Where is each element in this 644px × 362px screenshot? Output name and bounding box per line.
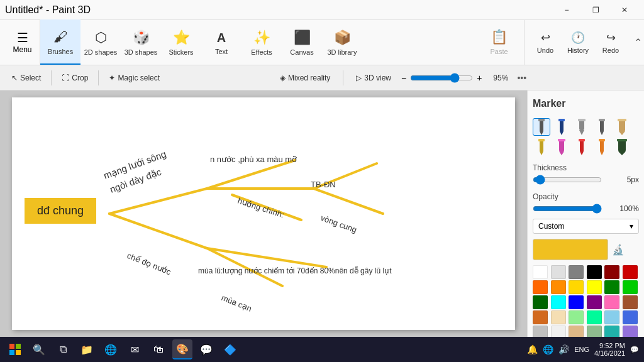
marker-type-3[interactable] <box>573 118 591 136</box>
language-indicator: ENG <box>574 346 589 353</box>
color-cell[interactable] <box>569 326 584 337</box>
close-button[interactable]: ✕ <box>610 0 639 20</box>
color-cell[interactable] <box>551 265 566 279</box>
volume-icon[interactable]: 🔊 <box>558 344 569 354</box>
opacity-slider[interactable] <box>533 204 602 214</box>
3d-view-button[interactable]: ▷ 3D view <box>351 71 396 85</box>
restore-button[interactable]: ❐ <box>581 0 610 20</box>
svg-text:n nước ,phù xa màu mỡ: n nước ,phù xa màu mỡ <box>210 155 297 164</box>
paint3d-taskbar-button[interactable]: 🎨 <box>172 339 192 359</box>
color-cell[interactable] <box>551 310 566 324</box>
color-cell[interactable] <box>587 265 602 279</box>
svg-rect-26 <box>578 119 586 121</box>
toolbar: ↖ Select ⛶ Crop ✦ Magic select ◈ Mixed r… <box>0 65 644 90</box>
tool-text[interactable]: A Text <box>201 19 242 65</box>
paste-button[interactable]: 📋 Paste <box>474 19 525 65</box>
teams-button[interactable]: 💬 <box>196 339 216 359</box>
active-color-swatch[interactable] <box>533 239 608 260</box>
marker-type-9[interactable] <box>593 138 611 156</box>
edge-button[interactable]: 🌐 <box>101 339 121 359</box>
ribbon-collapse-button[interactable]: ⌃ <box>631 19 644 65</box>
toolbar-separator-1 <box>51 70 52 85</box>
color-cell[interactable] <box>604 295 619 309</box>
color-cell[interactable] <box>604 310 619 324</box>
magic-select-button[interactable]: ✦ Magic select <box>104 71 165 85</box>
zoom-out-icon[interactable]: − <box>401 73 406 83</box>
color-cell[interactable] <box>551 295 566 309</box>
marker-type-4[interactable] <box>593 118 611 136</box>
tool-effects[interactable]: ✨ Effects <box>242 19 282 65</box>
color-cell[interactable] <box>587 280 602 294</box>
paste-icon: 📋 <box>491 29 508 45</box>
color-cell[interactable] <box>604 265 619 279</box>
color-cell[interactable] <box>604 326 619 337</box>
minimize-button[interactable]: − <box>552 0 581 20</box>
tool-3dshapes[interactable]: 🎲 3D shapes <box>121 19 161 65</box>
active-color-row: 🔬 <box>533 239 639 260</box>
canvas-wrap[interactable]: dđ chung <box>0 90 527 337</box>
tool-stickers[interactable]: ⭐ Stickers <box>161 19 201 65</box>
marker-type-2[interactable] <box>553 118 570 136</box>
color-cell[interactable] <box>569 280 584 294</box>
drawing-canvas[interactable]: dđ chung <box>12 97 515 330</box>
color-cell[interactable] <box>623 265 638 279</box>
mixed-reality-button[interactable]: ◈ Mixed reality <box>275 71 335 85</box>
network-icon[interactable]: 🌐 <box>543 344 553 354</box>
color-cell[interactable] <box>533 326 548 337</box>
color-cell[interactable] <box>551 326 566 337</box>
thickness-slider[interactable] <box>533 175 602 185</box>
zoom-slider[interactable] <box>410 73 473 83</box>
color-cell[interactable] <box>533 265 548 279</box>
notification-center-icon[interactable]: 💬 <box>630 346 639 354</box>
color-cell[interactable] <box>533 280 548 294</box>
start-button[interactable] <box>5 339 25 359</box>
color-cell[interactable] <box>623 310 638 324</box>
mail-button[interactable]: ✉ <box>125 339 145 359</box>
svg-rect-41 <box>579 139 585 141</box>
redo-label: Redo <box>602 47 619 54</box>
clock[interactable]: 9:52 PM 4/16/2021 <box>594 342 625 357</box>
svg-marker-34 <box>540 151 543 155</box>
history-button[interactable]: 🕐 History <box>562 31 594 54</box>
color-cell[interactable] <box>533 295 548 309</box>
marker-type-1[interactable] <box>533 118 550 136</box>
color-cell[interactable] <box>604 280 619 294</box>
svg-rect-35 <box>538 139 545 141</box>
color-cell[interactable] <box>551 280 566 294</box>
redo-button[interactable]: ↪ Redo <box>595 31 626 54</box>
color-cell[interactable] <box>587 310 602 324</box>
undo-button[interactable]: ↩ Undo <box>530 31 561 54</box>
crop-button[interactable]: ⛶ Crop <box>57 71 93 85</box>
menu-button[interactable]: ☰ Menu <box>5 19 40 65</box>
marker-type-8[interactable] <box>573 138 591 156</box>
marker-type-7[interactable] <box>553 138 570 156</box>
task-view-button[interactable]: ⧉ <box>53 339 73 359</box>
notification-icon[interactable]: 🔔 <box>527 344 538 354</box>
color-cell[interactable] <box>569 310 584 324</box>
color-cell[interactable] <box>623 280 638 294</box>
tool-3dlibrary[interactable]: 📦 3D library <box>322 19 362 65</box>
svg-text:vòng cung: vòng cung <box>319 213 358 235</box>
color-cell[interactable] <box>569 265 584 279</box>
color-cell[interactable] <box>587 295 602 309</box>
color-cell[interactable] <box>623 295 638 309</box>
more-options-button[interactable]: ••• <box>513 72 530 84</box>
tool-canvas[interactable]: ⬛ Canvas <box>282 19 322 65</box>
color-cell[interactable] <box>587 326 602 337</box>
pipette-button[interactable]: 🔬 <box>612 244 625 256</box>
select-button[interactable]: ↖ Select <box>6 71 46 85</box>
color-cell[interactable] <box>533 310 548 324</box>
marker-type-6[interactable] <box>533 138 550 156</box>
search-taskbar-button[interactable]: 🔍 <box>29 339 49 359</box>
zoom-in-icon[interactable]: + <box>477 73 482 83</box>
marker-type-5[interactable] <box>613 118 631 136</box>
tool-2dshapes[interactable]: ⬡ 2D shapes <box>80 19 121 65</box>
marker-type-10[interactable] <box>613 138 631 156</box>
store-button[interactable]: 🛍 <box>148 339 169 359</box>
color-cell[interactable] <box>569 295 584 309</box>
tool-brushes[interactable]: 🖌 Brushes <box>40 19 80 65</box>
color-cell[interactable] <box>623 326 638 337</box>
explorer-button[interactable]: 📁 <box>77 339 97 359</box>
color-mode-dropdown[interactable]: Custom ▾ <box>533 219 639 234</box>
extra-button[interactable]: 🔷 <box>220 339 240 359</box>
